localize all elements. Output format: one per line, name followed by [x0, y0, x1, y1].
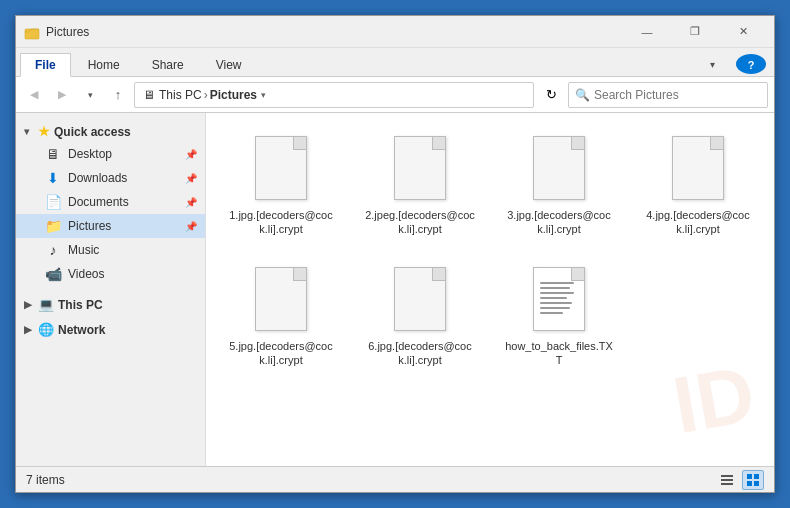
ribbon: File Home Share View ▾ ? [16, 48, 774, 77]
tab-home[interactable]: Home [73, 52, 135, 76]
desktop-pin-icon: 📌 [185, 149, 197, 160]
file-item-6[interactable]: 6.jpg.[decoders@cock.li].crypt [355, 254, 485, 377]
dropdown-recent-button[interactable]: ▾ [78, 83, 102, 107]
file-label-6: 6.jpg.[decoders@cock.li].crypt [364, 339, 476, 368]
search-input[interactable] [594, 88, 761, 102]
videos-icon: 📹 [44, 265, 62, 283]
this-pc-header[interactable]: ▶ 💻 This PC [16, 294, 205, 315]
main-content: ▾ ★ Quick access 🖥 Desktop 📌 ⬇ Downloads… [16, 113, 774, 466]
file-item-1[interactable]: 1.jpg.[decoders@cock.li].crypt [216, 123, 346, 246]
path-dropdown-icon[interactable]: ▾ [261, 90, 266, 100]
sidebar-desktop-label: Desktop [68, 147, 112, 161]
sidebar-item-music[interactable]: ♪ Music [16, 238, 205, 262]
sidebar-videos-label: Videos [68, 267, 104, 281]
back-button[interactable]: ◀ [22, 83, 46, 107]
this-pc-label: This PC [159, 88, 202, 102]
sidebar-documents-label: Documents [68, 195, 129, 209]
file-page-1 [255, 136, 307, 200]
path-separator-1: › [204, 88, 208, 102]
up-button[interactable]: ↑ [106, 83, 130, 107]
quick-access-chevron: ▾ [24, 126, 36, 137]
close-button[interactable]: ✕ [720, 16, 766, 48]
network-section-label: Network [58, 323, 105, 337]
sidebar-music-label: Music [68, 243, 99, 257]
file-item-7[interactable]: how_to_back_files.TXT [494, 254, 624, 377]
svg-rect-1 [721, 475, 733, 477]
file-icon-5 [251, 263, 311, 335]
quick-access-header[interactable]: ▾ ★ Quick access [16, 121, 205, 142]
file-item-2[interactable]: 2.jpeg.[decoders@cock.li].crypt [355, 123, 485, 246]
back-icon: ◀ [30, 88, 38, 101]
file-label-7: how_to_back_files.TXT [503, 339, 615, 368]
desktop-icon: 🖥 [44, 145, 62, 163]
window-title: Pictures [46, 25, 624, 39]
file-icon-6 [390, 263, 450, 335]
file-label-3: 3.jpg.[decoders@cock.li].crypt [503, 208, 615, 237]
pictures-icon: 📁 [44, 217, 62, 235]
tab-file[interactable]: File [20, 53, 71, 77]
tab-view[interactable]: View [201, 52, 257, 76]
sidebar-downloads-label: Downloads [68, 171, 127, 185]
file-page-3 [533, 136, 585, 200]
quick-access-label: Quick access [54, 125, 131, 139]
svg-rect-0 [25, 29, 39, 39]
app-icon [24, 24, 40, 40]
restore-button[interactable]: ❐ [672, 16, 718, 48]
sidebar-item-downloads[interactable]: ⬇ Downloads 📌 [16, 166, 205, 190]
sidebar: ▾ ★ Quick access 🖥 Desktop 📌 ⬇ Downloads… [16, 113, 206, 466]
text-lines [540, 282, 578, 314]
file-item-4[interactable]: 4.jpg.[decoders@cock.li].crypt [633, 123, 763, 246]
forward-button[interactable]: ▶ [50, 83, 74, 107]
list-view-button[interactable] [716, 470, 738, 490]
downloads-icon: ⬇ [44, 169, 62, 187]
network-section-icon: 🌐 [38, 322, 54, 337]
text-line-1 [540, 282, 574, 284]
text-line-5 [540, 302, 572, 304]
this-pc-section-icon: 💻 [38, 297, 54, 312]
grid-view-button[interactable] [742, 470, 764, 490]
main-window: Pictures — ❐ ✕ File Home Share View ▾ ? … [15, 15, 775, 493]
file-label-5: 5.jpg.[decoders@cock.li].crypt [225, 339, 337, 368]
this-pc-chevron: ▶ [24, 299, 36, 310]
minimize-button[interactable]: — [624, 16, 670, 48]
pictures-path-label: Pictures [210, 88, 257, 102]
this-pc-icon: 🖥 [143, 88, 155, 102]
file-icon-7 [529, 263, 589, 335]
sidebar-item-desktop[interactable]: 🖥 Desktop 📌 [16, 142, 205, 166]
sidebar-item-pictures[interactable]: 📁 Pictures 📌 [16, 214, 205, 238]
expand-ribbon-button[interactable]: ▾ [695, 52, 730, 76]
network-section: ▶ 🌐 Network [16, 319, 205, 340]
text-line-6 [540, 307, 570, 309]
file-label-2: 2.jpeg.[decoders@cock.li].crypt [364, 208, 476, 237]
sidebar-item-videos[interactable]: 📹 Videos [16, 262, 205, 286]
ribbon-tab-list: File Home Share View ▾ ? [16, 48, 774, 76]
tab-share[interactable]: Share [137, 52, 199, 76]
text-line-7 [540, 312, 563, 314]
file-label-4: 4.jpg.[decoders@cock.li].crypt [642, 208, 754, 237]
help-button[interactable]: ? [736, 54, 766, 74]
text-line-4 [540, 297, 567, 299]
file-item-5[interactable]: 5.jpg.[decoders@cock.li].crypt [216, 254, 346, 377]
network-header[interactable]: ▶ 🌐 Network [16, 319, 205, 340]
pictures-pin-icon: 📌 [185, 221, 197, 232]
sidebar-item-documents[interactable]: 📄 Documents 📌 [16, 190, 205, 214]
forward-icon: ▶ [58, 88, 66, 101]
file-page-2 [394, 136, 446, 200]
file-item-3[interactable]: 3.jpg.[decoders@cock.li].crypt [494, 123, 624, 246]
file-area: ID 1.jpg.[decoders@cock.li].crypt 2.jpeg… [206, 113, 774, 466]
refresh-button[interactable]: ↻ [538, 82, 564, 108]
text-line-2 [540, 287, 570, 289]
search-icon: 🔍 [575, 88, 590, 102]
downloads-pin-icon: 📌 [185, 173, 197, 184]
address-path[interactable]: 🖥 This PC › Pictures ▾ [134, 82, 534, 108]
items-count: 7 items [26, 473, 65, 487]
music-icon: ♪ [44, 241, 62, 259]
search-box[interactable]: 🔍 [568, 82, 768, 108]
sidebar-pictures-label: Pictures [68, 219, 111, 233]
status-bar: 7 items [16, 466, 774, 492]
svg-rect-5 [754, 474, 759, 479]
quick-access-star: ★ [38, 124, 50, 139]
file-icon-2 [390, 132, 450, 204]
svg-rect-4 [747, 474, 752, 479]
file-page-5 [255, 267, 307, 331]
